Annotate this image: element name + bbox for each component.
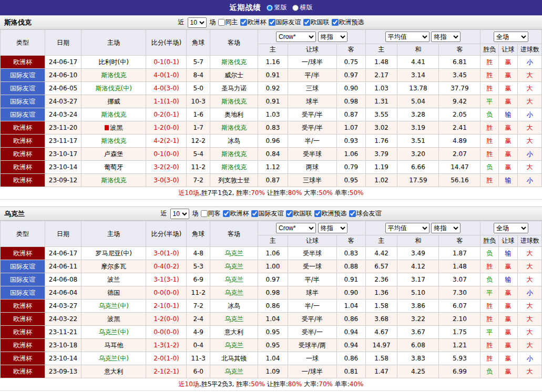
summary-part: 50% [251, 380, 265, 388]
cell-euro-home-odds: 1.03 [365, 82, 397, 95]
cell-away-team: 乌克兰 [210, 247, 258, 260]
col-res-handicap: 让球 [498, 235, 517, 247]
layout-option-vertical[interactable]: 竖版 [267, 3, 287, 12]
league-filter[interactable]: 球会友谊 [349, 209, 382, 218]
cell-handicap-away-odds: 0.79 [336, 161, 365, 174]
cell-euro-home-odds: 2.36 [365, 273, 397, 286]
summary-part: ,胜5平2负3, 胜率: [199, 380, 251, 388]
cell-result-goals: 大 [518, 69, 542, 82]
cell-date: 23-10-18 [45, 339, 81, 352]
cell-result-handicap: 赢 [498, 286, 517, 300]
league-filters: 欧洲杯国际友谊欧国联欧洲预选球会友谊 [223, 209, 382, 218]
cell-euro-draw-odds: 3.51 [397, 135, 439, 148]
cell-handicap-home-odds: 1.06 [258, 247, 288, 260]
cell-home-team: 斯洛伐克 [81, 174, 146, 187]
cell-home-team: 乌克兰(中) [81, 300, 146, 313]
cell-handicap-home-odds: 0.97 [258, 273, 288, 286]
same-venue-filter[interactable]: 同客 [201, 209, 221, 218]
near-label: 近 [178, 18, 185, 27]
cell-away-team: 冰岛 [210, 135, 258, 148]
fulltime-select[interactable]: 全场 [494, 223, 528, 233]
league-filter[interactable]: 欧洲预选 [314, 209, 347, 218]
cell-result-wdl: 胜 [480, 174, 498, 187]
cell-handicap-line: 一/球半 [288, 365, 336, 378]
final-odds-select-2[interactable]: 终指 [431, 223, 461, 233]
same-venue-checkbox[interactable] [218, 19, 225, 26]
league-checkbox[interactable] [251, 210, 258, 217]
cell-score: 0-4(0-2) [146, 260, 187, 273]
league-filter[interactable]: 欧国联 [303, 18, 330, 27]
cell-handicap-away-odds: 0.98 [336, 95, 365, 108]
league-filter[interactable]: 欧洲杯 [240, 18, 267, 27]
cell-home-team: 斯洛伐克 [81, 135, 146, 148]
cell-corners: 11-3 [187, 352, 210, 365]
cell-corners: 5-3 [187, 260, 210, 273]
final-odds-select-2[interactable]: 终指 [431, 32, 461, 42]
cell-competition: 欧洲杯 [1, 56, 45, 69]
league-filter[interactable]: 国际友谊 [269, 18, 301, 27]
bookmaker-select[interactable]: Crow* [276, 32, 316, 42]
summary-part: 80% [288, 380, 302, 388]
cell-euro-away-odds: 6.07 [439, 300, 480, 313]
cell-handicap-home-odds: 1.04 [258, 352, 288, 365]
cell-handicap-home-odds: 1.12 [258, 161, 288, 174]
cell-handicap-away-odds: 0.88 [336, 260, 365, 273]
fulltime-select[interactable]: 全场 [494, 32, 528, 42]
match-rows: 欧洲杯24-06-17罗马尼亚(中)3-0(1-0)4-8乌克兰1.06受半球0… [1, 247, 542, 378]
cell-corners: 2-4 [187, 313, 210, 326]
final-odds-select[interactable]: 终指 [318, 223, 347, 233]
cell-handicap-away-odds: 1.06 [336, 148, 365, 161]
cell-euro-home-odds: 1.76 [365, 135, 397, 148]
cell-score: 0-1(0-0) [146, 148, 187, 161]
final-odds-select[interactable]: 终指 [318, 32, 347, 42]
league-checkbox[interactable] [349, 210, 356, 217]
cell-result-handicap: 赢 [498, 326, 517, 339]
games-count-select[interactable]: 10 [170, 209, 189, 219]
league-checkbox[interactable] [303, 19, 310, 26]
cell-result-goals: 大 [518, 161, 542, 174]
league-checkbox[interactable] [223, 210, 230, 217]
summary: 近10场,胜7平1负2, 胜率:70% 让胜率:80% 大率:50% 单率:50… [0, 187, 542, 200]
col-away: 客场 [210, 30, 258, 56]
cell-competition: 国际友谊 [1, 82, 45, 95]
match-row: 欧洲杯23-09-12斯洛伐克3-0(3-0)7-2列支敦士登0.87三球半0.… [1, 174, 542, 187]
match-row: 欧洲杯23-10-18马耳他1-3(1-2)0-4乌克兰0.95受球半/两0.9… [1, 339, 542, 352]
cell-competition: 欧洲杯 [1, 352, 45, 365]
games-count-select[interactable]: 10 [188, 17, 207, 28]
cell-handicap-line: 受平/半 [288, 121, 336, 135]
league-checkbox[interactable] [286, 210, 293, 217]
league-filter[interactable]: 欧洲预选 [332, 18, 364, 27]
same-venue-filter[interactable]: 同主 [218, 18, 238, 27]
league-checkbox[interactable] [332, 19, 339, 26]
league-filter[interactable]: 欧洲杯 [223, 209, 249, 218]
cell-corners: 5-7 [187, 56, 210, 69]
average-odds-select[interactable]: 平均值 [385, 32, 429, 42]
same-venue-checkbox[interactable] [201, 210, 208, 217]
col-type: 类型 [1, 221, 45, 247]
cell-away-team: 列支敦士登 [210, 174, 258, 187]
cell-euro-draw-odds: 6.08 [397, 339, 439, 352]
league-checkbox[interactable] [240, 19, 247, 26]
cell-euro-home-odds: 1.02 [365, 174, 397, 187]
col-eu-draw: 和 [397, 235, 439, 247]
cell-corners: 7-2 [187, 300, 210, 313]
vertical-layout-radio[interactable] [267, 5, 273, 11]
bookmaker-select[interactable]: Crow* [276, 223, 316, 233]
cell-euro-away-odds: 2.41 [439, 121, 480, 135]
cell-home-team: 波兰 [81, 273, 146, 286]
horizontal-layout-radio[interactable] [292, 5, 299, 11]
cell-euro-home-odds: 6.57 [365, 260, 397, 273]
league-filter[interactable]: 欧国联 [286, 209, 312, 218]
league-checkbox[interactable] [314, 210, 321, 217]
col-ah-home: 主 [258, 44, 288, 56]
col-type: 类型 [1, 30, 45, 56]
col-ah-away: 客 [336, 44, 365, 56]
match-row: 欧洲杯23-11-20波黑1-2(0-0)1-7斯洛伐克0.83受平/半1.07… [1, 121, 542, 135]
league-checkbox[interactable] [269, 19, 275, 26]
league-filter[interactable]: 国际友谊 [251, 209, 284, 218]
match-row: 欧洲杯24-06-17罗马尼亚(中)3-0(1-0)4-8乌克兰1.06受半球0… [1, 247, 542, 260]
average-odds-select[interactable]: 平均值 [385, 223, 429, 233]
cell-euro-away-odds: 14.47 [439, 161, 480, 174]
cell-result-wdl: 胜 [480, 148, 498, 161]
layout-option-horizontal[interactable]: 横版 [292, 3, 313, 12]
